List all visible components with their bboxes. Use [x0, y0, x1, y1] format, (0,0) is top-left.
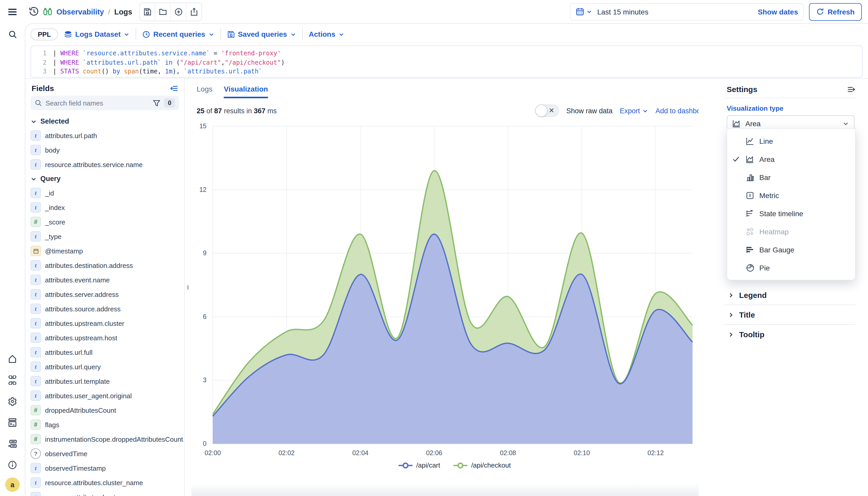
- gear-icon[interactable]: [0, 392, 25, 410]
- open-button[interactable]: [155, 3, 171, 20]
- field-item[interactable]: tattributes.url.query: [25, 359, 184, 374]
- tab-visualization[interactable]: Visualization: [224, 85, 268, 97]
- string-field-icon: t: [31, 275, 41, 285]
- field-item[interactable]: ?observedTime: [25, 446, 184, 461]
- editor-line[interactable]: 3| STATS count() by span(time, 1m), `att…: [31, 67, 862, 76]
- viz-type-option-metric[interactable]: 8Metric: [727, 186, 855, 204]
- field-item[interactable]: tresource.attributes.service.name: [25, 157, 184, 172]
- refresh-button[interactable]: Refresh: [809, 3, 862, 20]
- settings-section-legend[interactable]: Legend: [723, 285, 868, 305]
- field-item[interactable]: tattributes.server.address: [25, 287, 184, 301]
- query-editor[interactable]: 1| WHERE `resource.attributes.service.na…: [31, 46, 863, 78]
- pie-chart-icon: [746, 264, 754, 272]
- home-icon[interactable]: [0, 350, 25, 368]
- history-icon[interactable]: [29, 7, 39, 17]
- dev-tools-icon[interactable]: [0, 414, 25, 431]
- svg-text:15: 15: [199, 122, 207, 129]
- filter-count-badge: 0: [164, 98, 175, 108]
- field-item[interactable]: tattributes.upstream.cluster: [25, 316, 184, 330]
- field-item[interactable]: tattributes.destination.address: [25, 258, 184, 273]
- metric-chart-icon: 8: [746, 191, 754, 199]
- actions-button[interactable]: Actions: [309, 30, 344, 38]
- menu-button[interactable]: [0, 7, 25, 16]
- add-data-icon[interactable]: [0, 435, 25, 452]
- legend-item[interactable]: /api/checkout: [454, 461, 511, 469]
- field-search[interactable]: Search field names 0: [31, 96, 179, 110]
- filter-icon[interactable]: [153, 99, 161, 107]
- info-icon[interactable]: [0, 456, 25, 474]
- field-section-header[interactable]: Query: [25, 172, 184, 186]
- field-item[interactable]: tobservedTimestamp: [25, 461, 184, 475]
- section-label: Title: [739, 310, 755, 319]
- divider: [136, 29, 136, 40]
- dataset-selector[interactable]: Logs Dataset: [64, 30, 130, 38]
- recent-queries-button[interactable]: Recent queries: [143, 30, 214, 38]
- tab-logs[interactable]: Logs: [197, 85, 212, 97]
- field-item[interactable]: t_index: [25, 200, 184, 215]
- field-name: instrumentationScope.droppedAttributesCo…: [45, 435, 183, 443]
- field-item[interactable]: tattributes.user_agent.original: [25, 388, 184, 403]
- field-section-header[interactable]: Selected: [25, 114, 184, 128]
- field-item[interactable]: tresource.attributes.cluster_name: [25, 475, 184, 490]
- new-button[interactable]: [171, 3, 186, 20]
- collapse-panel-icon[interactable]: [170, 84, 178, 92]
- apps-icon[interactable]: [0, 371, 25, 389]
- panel-bottom-fade: [192, 483, 718, 496]
- date-picker[interactable]: Last 15 minutes Show dates: [570, 3, 804, 20]
- string-field-icon: t: [31, 347, 41, 357]
- field-item[interactable]: #flags: [25, 417, 184, 432]
- avatar[interactable]: a: [5, 477, 20, 492]
- legend-item[interactable]: /api/cart: [399, 461, 440, 469]
- field-item[interactable]: tattributes.url.full: [25, 345, 184, 359]
- refresh-icon: [816, 8, 824, 16]
- save-button[interactable]: [140, 3, 155, 20]
- field-item[interactable]: #instrumentationScope.droppedAttributesC…: [25, 432, 184, 446]
- area-chart[interactable]: 0369121502:0002:0202:0402:0602:0802:1002…: [192, 122, 718, 459]
- viz-type-option-state-timeline[interactable]: State timeline: [727, 204, 855, 222]
- field-item[interactable]: #_score: [25, 215, 184, 229]
- field-item[interactable]: tattributes.source.address: [25, 301, 184, 316]
- global-search-button[interactable]: [0, 25, 25, 43]
- field-item[interactable]: tattributes.url.path: [25, 128, 184, 143]
- field-item[interactable]: tattributes.url.template: [25, 374, 184, 388]
- field-name: observedTimestamp: [45, 464, 106, 472]
- hamburger-icon: [8, 7, 17, 16]
- field-item[interactable]: t_id: [25, 186, 184, 200]
- query-language-badge[interactable]: PPL: [31, 28, 58, 40]
- viz-type-option-bar[interactable]: Bar: [727, 168, 855, 186]
- field-name: attributes.url.query: [45, 363, 101, 371]
- field-item[interactable]: t_type: [25, 229, 184, 244]
- viz-type-option-line[interactable]: Line: [727, 132, 855, 150]
- field-section-label: Selected: [40, 118, 69, 125]
- field-item[interactable]: tattributes.upstream.host: [25, 330, 184, 345]
- svg-text:02:10: 02:10: [574, 449, 590, 456]
- line-number: 2: [31, 58, 53, 67]
- breadcrumb-section[interactable]: Observability: [56, 7, 104, 16]
- option-label: Pie: [759, 264, 770, 272]
- fields-resizer-handle[interactable]: ‖: [184, 79, 192, 496]
- share-button[interactable]: [186, 3, 201, 20]
- field-item[interactable]: tbody: [25, 143, 184, 157]
- viz-type-option-area[interactable]: Area: [727, 150, 855, 168]
- time-range-value[interactable]: Last 15 minutes: [597, 7, 648, 16]
- settings-section-tooltip[interactable]: Tooltip: [723, 325, 868, 344]
- export-button[interactable]: Export: [620, 107, 648, 114]
- saved-queries-button[interactable]: Saved queries: [227, 30, 296, 38]
- string-field-icon: t: [31, 145, 41, 155]
- collapse-settings-icon[interactable]: [847, 85, 856, 93]
- number-field-icon: #: [31, 405, 41, 415]
- gauge-chart-icon: [746, 245, 754, 254]
- field-item[interactable]: tresource.attributes.host.name: [25, 490, 184, 496]
- show-raw-data-toggle[interactable]: ✕: [535, 105, 559, 117]
- viz-type-option-pie[interactable]: Pie: [727, 259, 855, 277]
- field-item[interactable]: #droppedAttributesCount: [25, 403, 184, 417]
- field-item[interactable]: tattributes.event.name: [25, 273, 184, 287]
- settings-section-title[interactable]: Title: [723, 305, 868, 324]
- string-field-icon: t: [31, 260, 41, 270]
- editor-line[interactable]: 2| WHERE `attributes.url.path` in ("/api…: [31, 58, 862, 67]
- editor-line[interactable]: 1| WHERE `resource.attributes.service.na…: [31, 49, 862, 58]
- viz-type-option-bar-gauge[interactable]: Bar Gauge: [727, 241, 855, 259]
- svg-text:3: 3: [203, 376, 207, 384]
- show-dates-button[interactable]: Show dates: [758, 7, 798, 16]
- field-item[interactable]: @timestamp: [25, 244, 184, 258]
